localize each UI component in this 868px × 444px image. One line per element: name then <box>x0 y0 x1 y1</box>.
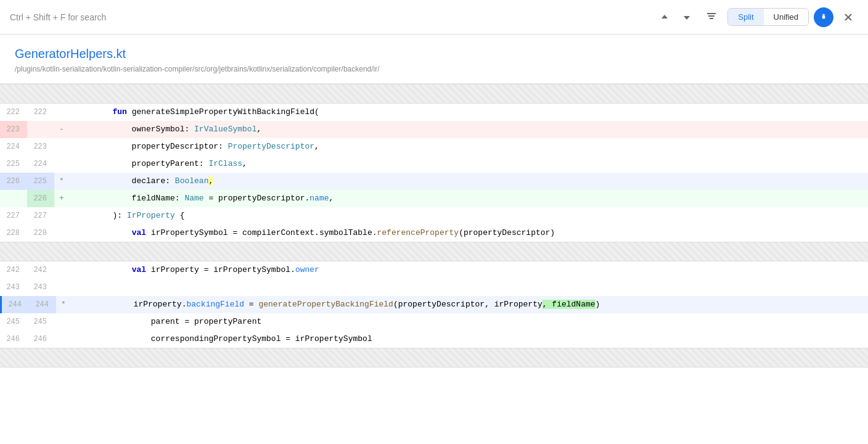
diff-line-modified-244: 244 244 * irProperty.backingField = gene… <box>0 296 868 313</box>
header-controls: Split Unified <box>656 7 858 27</box>
settings-button[interactable] <box>814 7 833 27</box>
nav-up-button[interactable] <box>656 9 673 26</box>
diff-line: 224 223 propertyDescriptor: PropertyDesc… <box>0 138 868 155</box>
line-num-left: 245 <box>0 313 27 331</box>
diff-line-removed: 223 - ownerSymbol: IrValueSymbol, <box>0 121 868 138</box>
line-num-right: 222 <box>27 104 54 121</box>
line-num-left: 246 <box>0 331 27 348</box>
line-num-right: 245 <box>27 313 54 331</box>
file-name: GeneratorHelpers.kt <box>15 47 853 61</box>
line-num-right: 242 <box>27 261 54 279</box>
diff-line: 228 228 val irPropertySymbol = compilerC… <box>0 224 868 242</box>
diff-line: 243 243 <box>0 279 868 296</box>
main-container: Ctrl + Shift + F for search <box>0 0 868 444</box>
line-code: ): IrProperty { <box>69 207 868 224</box>
line-code: fieldName: Name = propertyDescriptor.nam… <box>69 190 868 207</box>
diff-line: 246 246 correspondingPropertySymbol = ir… <box>0 331 868 348</box>
hunk-separator-middle <box>0 242 868 261</box>
close-button[interactable] <box>838 7 858 27</box>
hunk-separator-bottom <box>0 348 868 368</box>
arrow-down-icon <box>682 12 692 22</box>
close-icon <box>843 12 853 22</box>
diff-line: 242 242 val irProperty = irPropertySymbo… <box>0 261 868 279</box>
line-num-left: 244 <box>2 296 29 313</box>
svg-rect-1 <box>708 15 714 17</box>
filter-icon <box>705 10 718 22</box>
line-num-right: 225 <box>27 173 54 190</box>
line-code: correspondingPropertySymbol = irProperty… <box>69 331 868 348</box>
line-num-right: 226 <box>27 190 54 207</box>
diff-content[interactable]: 222 222 fun generateSimplePropertyWithBa… <box>0 84 868 444</box>
file-path: /plugins/kotlin-serialization/kotlin-ser… <box>15 65 853 73</box>
filter-button[interactable] <box>700 7 723 27</box>
line-num-right: 243 <box>27 279 54 296</box>
line-code: declare: Boolean, <box>69 173 868 190</box>
line-num-left: 243 <box>0 279 27 296</box>
line-num-left: 222 <box>0 104 27 121</box>
diff-line-added: 226 + fieldName: Name = propertyDescript… <box>0 190 868 207</box>
diff-line-modified: 226 225 * declare: Boolean, <box>0 173 868 190</box>
line-num-left: 228 <box>0 224 27 242</box>
line-code: fun generateSimplePropertyWithBackingFie… <box>69 104 868 121</box>
line-num-right: 246 <box>27 331 54 348</box>
line-num-right: 228 <box>27 224 54 242</box>
line-marker: * <box>56 296 71 313</box>
header-bar: Ctrl + Shift + F for search <box>0 0 868 35</box>
line-num-left: 242 <box>0 261 27 279</box>
diff-line: 245 245 parent = propertyParent <box>0 313 868 331</box>
arrow-up-icon <box>660 12 669 22</box>
line-marker: * <box>54 173 69 190</box>
unified-view-button[interactable]: Unified <box>764 9 808 25</box>
split-view-button[interactable]: Split <box>728 9 763 25</box>
line-num-right: 223 <box>27 138 54 155</box>
line-num-left: 225 <box>0 155 27 173</box>
line-code: parent = propertyParent <box>69 313 868 331</box>
diff-line: 222 222 fun generateSimplePropertyWithBa… <box>0 104 868 121</box>
line-num-right: 224 <box>27 155 54 173</box>
line-code: propertyDescriptor: PropertyDescriptor, <box>69 138 868 155</box>
line-num-left: 223 <box>0 121 27 138</box>
file-info: GeneratorHelpers.kt /plugins/kotlin-seri… <box>0 35 868 84</box>
line-code: irProperty.backingField = generateProper… <box>71 296 868 313</box>
svg-rect-2 <box>710 18 713 19</box>
line-code: ownerSymbol: IrValueSymbol, <box>69 121 868 138</box>
view-toggle: Split Unified <box>727 8 809 26</box>
nav-down-button[interactable] <box>678 9 695 26</box>
line-marker: + <box>54 190 69 207</box>
line-code: propertyParent: IrClass, <box>69 155 868 173</box>
search-hint: Ctrl + Shift + F for search <box>10 12 106 22</box>
hunk-separator-top <box>0 84 868 104</box>
line-num-left: 224 <box>0 138 27 155</box>
line-num-left: 227 <box>0 207 27 224</box>
line-num-left: 226 <box>0 173 27 190</box>
line-num-right: 244 <box>29 296 56 313</box>
line-code: val irProperty = irPropertySymbol.owner <box>69 261 868 279</box>
settings-icon <box>819 12 829 22</box>
line-num-right: 227 <box>27 207 54 224</box>
diff-line: 225 224 propertyParent: IrClass, <box>0 155 868 173</box>
diff-line: 227 227 ): IrProperty { <box>0 207 868 224</box>
line-marker: - <box>54 121 69 138</box>
line-code: val irPropertySymbol = compilerContext.s… <box>69 224 868 242</box>
svg-rect-0 <box>707 13 716 14</box>
